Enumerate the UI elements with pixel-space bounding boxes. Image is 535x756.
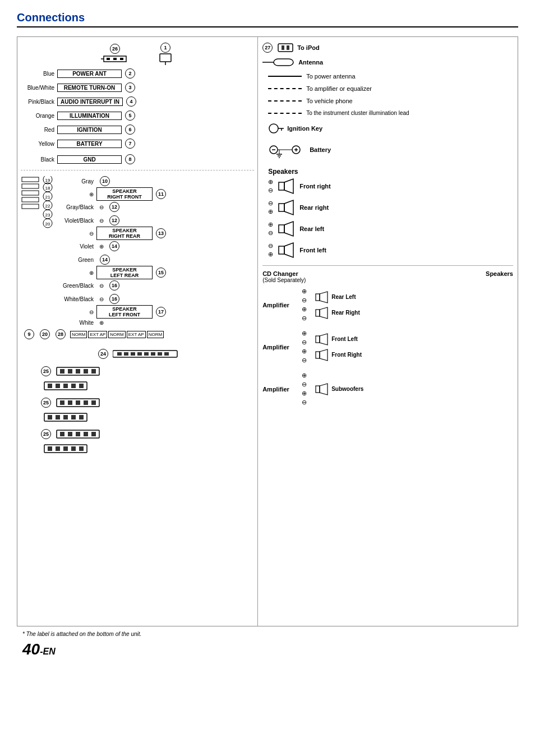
extap-2: EXT AP bbox=[127, 331, 146, 338]
num25-f bbox=[43, 444, 254, 454]
amp2-speaker-fr: Front Right bbox=[315, 349, 362, 361]
wire-color-orange: Orange bbox=[21, 113, 57, 119]
amp2-speaker-fl: Front Left bbox=[315, 333, 362, 345]
svg-rect-67 bbox=[71, 446, 76, 451]
wire-box-battery: BATTERY bbox=[57, 140, 122, 148]
spk-greenblack-row: Green/Black ⊖ 16 bbox=[57, 280, 254, 291]
wire-box-remote: REMOTE TURN-ON bbox=[57, 84, 122, 92]
num25-b bbox=[43, 381, 254, 391]
rear-left-speaker-shape bbox=[278, 220, 297, 237]
norm-labels: NORM EXT AP NORM EXT AP NORM bbox=[70, 331, 164, 338]
svg-rect-30 bbox=[151, 352, 155, 356]
svg-rect-34 bbox=[60, 369, 64, 374]
svg-text:19: 19 bbox=[45, 178, 50, 183]
amp2-spk-fl-shape bbox=[315, 333, 329, 345]
wire-color-blue: Blue bbox=[21, 71, 57, 77]
spk-box-right-rear: SPEAKERRIGHT REAR bbox=[96, 227, 153, 240]
cd-changer-title: CD Changer bbox=[262, 270, 306, 277]
svg-rect-59 bbox=[68, 432, 72, 436]
fr-speaker-terminals: ⊕ ⊖ bbox=[268, 178, 273, 194]
spk-plus-sym: ⊕ bbox=[57, 191, 96, 197]
fr-plus: ⊕ bbox=[268, 178, 273, 186]
wire-box-illumination: ILLUMINATION bbox=[57, 112, 122, 120]
num-3: 3 bbox=[125, 82, 135, 93]
to-ipod-row: 27 To iPod bbox=[262, 43, 513, 53]
svg-rect-27 bbox=[131, 352, 135, 356]
conn25c-shape bbox=[56, 398, 100, 408]
svg-text:23: 23 bbox=[45, 213, 50, 218]
amplifier-3-section: Amplifier ⊕ ⊖ ⊕ ⊖ bbox=[262, 372, 513, 406]
amp2-minus2: ⊖ bbox=[302, 357, 311, 364]
num25-a: 25 bbox=[38, 366, 254, 376]
svg-rect-3 bbox=[120, 58, 123, 60]
speakers-side-label: Speakers bbox=[486, 270, 513, 283]
spk-green-row: Green 14 bbox=[57, 255, 254, 265]
spk-color-green: Green bbox=[57, 257, 96, 263]
svg-rect-54 bbox=[63, 415, 68, 420]
amp2-fr-plus: ⊕ bbox=[302, 348, 311, 355]
svg-point-74 bbox=[269, 124, 278, 133]
num-4: 4 bbox=[126, 96, 136, 107]
conn25d-shape bbox=[43, 412, 88, 422]
norm-2: NORM bbox=[108, 331, 125, 338]
fl-minus: ⊖ bbox=[268, 242, 273, 250]
ignition-key-label: Ignition Key bbox=[287, 125, 322, 132]
battery-symbol bbox=[268, 139, 307, 161]
amplifier-3-label: Amplifier bbox=[262, 386, 302, 393]
amp1-speaker-rr: Rear Right bbox=[315, 307, 360, 319]
conn25b-shape bbox=[43, 381, 88, 391]
svg-rect-97 bbox=[316, 310, 320, 316]
svg-rect-53 bbox=[56, 415, 60, 420]
svg-rect-41 bbox=[56, 384, 60, 388]
svg-rect-42 bbox=[63, 384, 68, 388]
svg-rect-29 bbox=[144, 352, 149, 356]
speaker-wires: Gray 10 ⊕ SPEAKERRIGHT FRONT 11 Gray/Bla… bbox=[57, 176, 254, 326]
svg-rect-68 bbox=[79, 446, 84, 451]
amp1-plus1: ⊕ bbox=[302, 288, 311, 295]
svg-rect-7 bbox=[22, 177, 39, 182]
svg-marker-90 bbox=[284, 200, 293, 215]
conn25f-shape bbox=[43, 444, 88, 454]
wire-black-section: Black GND 8 bbox=[21, 154, 254, 164]
amp1-speakers: Rear Left Rear Right bbox=[315, 291, 360, 319]
antenna-shape bbox=[262, 56, 296, 68]
num-6: 6 bbox=[125, 125, 135, 135]
svg-rect-36 bbox=[76, 369, 80, 374]
svg-rect-48 bbox=[76, 400, 80, 405]
num25-e: 25 bbox=[38, 429, 254, 439]
spk-violetblack-row: Violet/Black ⊖ 12 bbox=[57, 215, 254, 225]
front-right-speaker-shape bbox=[278, 178, 297, 195]
line-2 bbox=[268, 88, 302, 89]
spk-minus-sym-3: ⊖ bbox=[57, 231, 96, 237]
spk-whiteblack-row: White/Black ⊖ 16 bbox=[57, 294, 254, 304]
num-25-e: 25 bbox=[41, 429, 51, 439]
num-24: 24 bbox=[98, 349, 108, 359]
svg-rect-52 bbox=[48, 415, 52, 420]
num-1: 1 bbox=[160, 43, 170, 53]
amp1-rear-right-minus: ⊖ bbox=[302, 315, 311, 322]
left-column: 26 1 bbox=[17, 37, 257, 626]
spk-color-grayblack: Gray/Black bbox=[57, 204, 96, 210]
amplifier-1-section: Amplifier ⊕ ⊖ ⊕ ⊖ bbox=[262, 288, 513, 322]
wire-color-red: Red bbox=[21, 127, 57, 133]
amp2-fl-plus: ⊕ bbox=[302, 330, 311, 337]
svg-rect-40 bbox=[48, 384, 52, 388]
line-4 bbox=[268, 113, 302, 114]
front-right-label: Front right bbox=[299, 183, 331, 190]
spk-gray-row: Gray 10 bbox=[57, 176, 254, 186]
rl-plus: ⊕ bbox=[268, 221, 273, 228]
svg-rect-2 bbox=[113, 58, 117, 60]
amp1-spk-rr-shape bbox=[315, 307, 329, 319]
num-5: 5 bbox=[125, 110, 135, 121]
amp1-rear-left-plus: ⊕ bbox=[302, 288, 311, 295]
spk-box-right-front: SPEAKERRIGHT FRONT bbox=[96, 187, 153, 201]
amp2-plus2: ⊕ bbox=[302, 348, 311, 355]
num-8: 8 bbox=[125, 154, 135, 164]
num25-connectors-2: 25 bbox=[38, 398, 254, 422]
svg-marker-104 bbox=[320, 384, 328, 395]
svg-rect-28 bbox=[137, 352, 142, 356]
speakers-title: Speakers bbox=[268, 168, 513, 176]
amp1-rear-left-txt: Rear Left bbox=[331, 294, 356, 300]
fr-minus: ⊖ bbox=[268, 187, 273, 194]
svg-marker-88 bbox=[284, 179, 293, 193]
